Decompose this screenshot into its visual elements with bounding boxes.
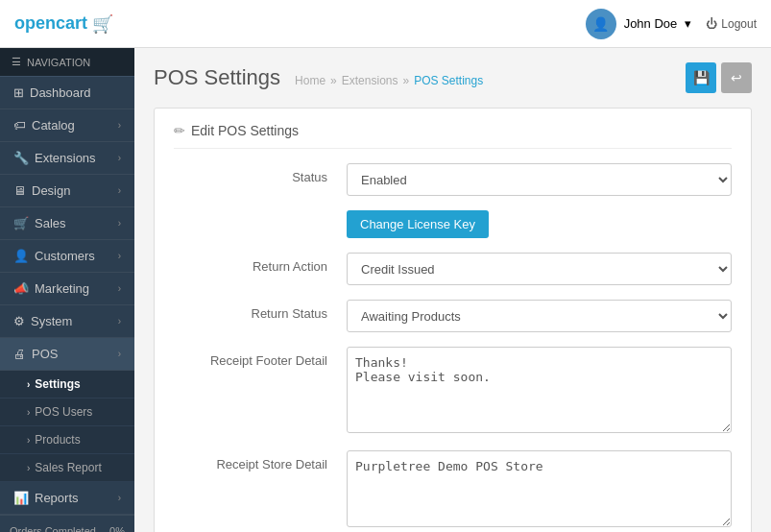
sidebar: ☰ NAVIGATION ⊞ Dashboard 🏷 Catalog › 🔧 E… [0,48,134,532]
settings-card: ✏ Edit POS Settings Status Enabled Disab… [154,108,752,532]
catalog-icon: 🏷 [13,118,26,133]
chevron-right-icon: › [118,185,121,196]
sidebar-item-label: System [31,314,118,328]
page-header-left: POS Settings Home » Extensions » POS Set… [154,65,483,90]
logout-button[interactable]: ⏻ Logout [706,17,757,31]
design-icon: 🖥 [13,183,26,198]
stat-orders-completed: Orders Completed 0% [10,525,125,532]
main-layout: ☰ NAVIGATION ⊞ Dashboard 🏷 Catalog › 🔧 E… [0,48,771,532]
breadcrumb-home[interactable]: Home [295,74,325,87]
sidebar-item-extensions[interactable]: 🔧 Extensions › [0,142,134,175]
back-button[interactable]: ↩ [721,62,752,93]
return-action-select[interactable]: Credit Issued Other [347,253,732,285]
logout-label: Logout [721,17,757,31]
breadcrumb-extensions[interactable]: Extensions [342,74,398,87]
page-header-buttons: 💾 ↩ [686,62,752,93]
sidebar-item-dashboard[interactable]: ⊞ Dashboard [0,77,134,109]
status-label: Status [174,163,347,184]
hamburger-icon: ☰ [12,56,21,68]
extensions-icon: 🔧 [13,151,29,165]
sidebar-item-system[interactable]: ⚙ System › [0,305,134,338]
sidebar-pos-item-products[interactable]: › Products [0,426,134,454]
return-status-label: Return Status [174,300,347,321]
pos-icon: 🖨 [13,347,26,361]
sidebar-pos-item-settings[interactable]: › Settings [0,371,134,399]
pos-submenu: › Settings › POS Users › Products › Sale… [0,371,134,482]
card-header-title: Edit POS Settings [191,123,299,138]
sidebar-pos-item-users[interactable]: › POS Users [0,399,134,426]
sidebar-item-sales[interactable]: 🛒 Sales › [0,207,134,240]
sales-icon: 🛒 [13,216,29,230]
sidebar-item-label: Dashboard [30,85,121,100]
bullet-icon: › [27,435,30,446]
logo-cart-icon: 🛒 [92,13,113,35]
card-header: ✏ Edit POS Settings [174,123,732,149]
save-button[interactable]: 💾 [686,62,716,93]
bullet-icon: › [27,379,30,390]
chevron-down-icon: › [118,349,121,359]
receipt-footer-textarea[interactable]: Thanks! Please visit soon. [347,347,732,433]
stat-label-text: Orders Completed [10,525,96,532]
pos-settings-label: Settings [35,377,80,391]
user-dropdown-icon: ▾ [685,16,691,31]
breadcrumb: Home » Extensions » POS Settings [295,74,483,87]
sidebar-item-reports[interactable]: 📊 Reports › [0,482,134,515]
sidebar-item-label: POS [32,347,118,361]
receipt-store-textarea[interactable]: Purpletree Demo POS Store [347,450,732,527]
chevron-right-icon: › [118,283,121,294]
return-status-row: Return Status Awaiting Products Complete… [174,300,732,332]
sidebar-item-label: Sales [35,216,118,230]
sidebar-nav-header: ☰ NAVIGATION [0,48,134,77]
reports-icon: 📊 [13,491,29,505]
change-license-key-button[interactable]: Change License Key [347,210,489,238]
status-row: Status Enabled Disabled [174,163,732,196]
stat-value: 0% [109,525,125,532]
customers-icon: 👤 [13,249,29,263]
breadcrumb-current: POS Settings [414,74,483,87]
pos-sales-report-label: Sales Report [35,461,101,474]
logo: opencart 🛒 [14,13,113,35]
license-key-control: Change License Key [347,210,732,238]
sidebar-item-pos[interactable]: 🖨 POS › [0,338,134,371]
sidebar-item-marketing[interactable]: 📣 Marketing › [0,273,134,305]
page-header: POS Settings Home » Extensions » POS Set… [154,62,752,93]
receipt-store-row: Receipt Store Detail Purpletree Demo POS… [174,450,732,530]
sidebar-item-label: Design [32,183,118,198]
sidebar-item-design[interactable]: 🖥 Design › [0,175,134,207]
pos-users-label: POS Users [35,405,92,419]
marketing-icon: 📣 [13,281,29,296]
topbar-right: 👤 John Doe ▾ ⏻ Logout [586,9,757,39]
content-area: POS Settings Home » Extensions » POS Set… [134,48,771,532]
breadcrumb-sep1: » [330,74,337,87]
status-select[interactable]: Enabled Disabled [347,163,732,196]
receipt-store-label: Receipt Store Detail [174,450,347,472]
nav-header-label: NAVIGATION [27,57,90,68]
pos-products-label: Products [35,433,80,447]
bullet-icon: › [27,407,30,418]
dashboard-icon: ⊞ [13,85,24,100]
user-menu[interactable]: 👤 John Doe ▾ [586,9,692,39]
edit-icon: ✏ [174,123,185,138]
return-action-label: Return Action [174,253,347,274]
license-empty-label [174,210,347,217]
chevron-right-icon: › [118,493,121,503]
return-status-control: Awaiting Products Complete Pending [347,300,732,332]
sidebar-item-label: Extensions [35,151,118,165]
sidebar-item-label: Marketing [35,281,118,296]
receipt-footer-control: Thanks! Please visit soon. [347,347,732,436]
sidebar-item-customers[interactable]: 👤 Customers › [0,240,134,273]
page-title: POS Settings [154,65,280,90]
return-status-select[interactable]: Awaiting Products Complete Pending [347,300,732,332]
sidebar-item-catalog[interactable]: 🏷 Catalog › [0,109,134,142]
sidebar-item-label: Catalog [32,118,118,133]
user-name: John Doe [624,16,678,31]
return-action-row: Return Action Credit Issued Other [174,253,732,285]
sidebar-pos-item-sales-report[interactable]: › Sales Report [0,454,134,482]
receipt-footer-label: Receipt Footer Detail [174,347,347,368]
receipt-store-control: Purpletree Demo POS Store [347,450,732,530]
chevron-right-icon: › [118,120,121,131]
license-key-row: Change License Key [174,210,732,238]
logo-text: opencart [14,13,87,34]
chevron-right-icon: › [118,316,121,326]
breadcrumb-sep2: » [402,74,409,87]
